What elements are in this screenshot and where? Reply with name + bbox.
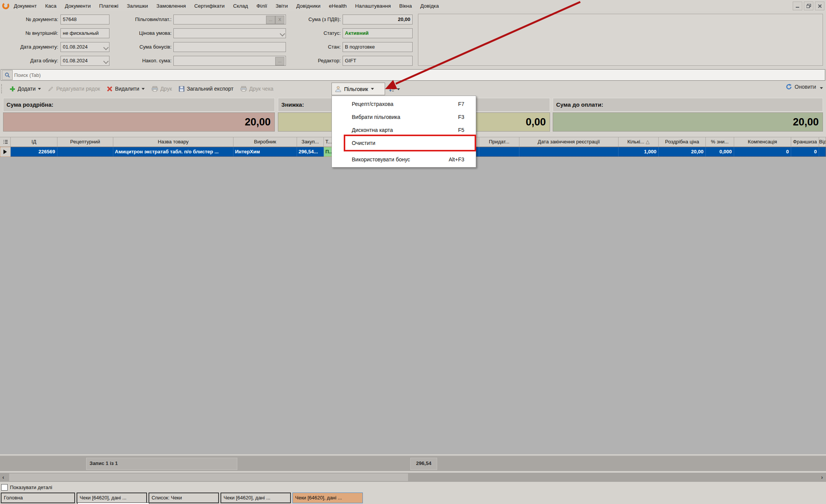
cell-id[interactable]: 226569: [11, 147, 57, 157]
shortcut-label: F3: [458, 111, 464, 124]
delete-button[interactable]: Видалити: [103, 83, 148, 94]
tab-main[interactable]: Головна: [1, 493, 75, 503]
beneficiary-label: Пільговик/плат.:: [115, 15, 171, 24]
show-details-checkbox[interactable]: [1, 484, 8, 491]
dropdown-arrow-icon: [142, 88, 145, 90]
price-condition-combo[interactable]: [173, 28, 286, 38]
ellipsis-button[interactable]: ...: [266, 16, 275, 24]
sort-options-button[interactable]: [387, 83, 406, 95]
cell-compensation[interactable]: 0: [734, 147, 791, 157]
close-button[interactable]: [815, 2, 824, 10]
doc-date-combo[interactable]: 01.08.2024: [60, 42, 109, 52]
col-header-dispense[interactable]: Відпу: [819, 137, 826, 147]
bonus-sum-field[interactable]: [173, 42, 286, 52]
menubar-item-document[interactable]: Документ: [10, 3, 41, 9]
status-badge: Активний: [343, 28, 413, 38]
tab-check-list[interactable]: Список: Чеки: [149, 493, 219, 503]
minimize-button[interactable]: [793, 2, 802, 10]
col-header-retail-price[interactable]: Роздрібна ціна: [659, 137, 706, 147]
edit-row-button[interactable]: Редагувати рядок: [44, 83, 103, 94]
current-row-marker-icon: [3, 150, 7, 154]
col-header-purchase[interactable]: Закуп...: [297, 137, 324, 147]
scroll-right-icon[interactable]: ›: [821, 474, 823, 480]
menubar-item-ehealth[interactable]: eHealth: [325, 3, 351, 9]
bottom-tab-bar: Головна Чеки [64620], дані ... Список: Ч…: [0, 493, 826, 504]
app-logo-icon: [2, 2, 10, 10]
col-header-validity[interactable]: Придат...: [479, 137, 519, 147]
export-button[interactable]: Загальний експорт: [175, 83, 237, 94]
column-chooser-button[interactable]: [0, 137, 11, 147]
menubar-item-warehouse[interactable]: Склад: [229, 3, 252, 9]
restore-button[interactable]: [804, 2, 813, 10]
menubar-item-payments[interactable]: Платежі: [95, 3, 122, 9]
cell-prescription[interactable]: [57, 147, 113, 157]
account-date-combo[interactable]: 01.08.2024: [60, 56, 109, 66]
cell-retail-price[interactable]: 20,00: [659, 147, 706, 157]
col-header-manufacturer[interactable]: Виробник: [233, 137, 297, 147]
tab-checks-active[interactable]: Чеки [64620], дані ...: [292, 493, 363, 503]
col-header-reg-expiry[interactable]: Дата закінчення реєстрації: [519, 137, 619, 147]
menu-item-select-beneficiary[interactable]: Вибрати пільговикаF3: [332, 111, 476, 124]
tab-checks-2[interactable]: Чеки [64620], дані ...: [220, 493, 291, 503]
menubar: Документ Каса Документи Платежі Залишки …: [0, 0, 826, 11]
cell-manufacturer[interactable]: ИнтерХим: [233, 147, 297, 157]
col-header-prescription[interactable]: Рецептурний: [57, 137, 113, 147]
beneficiary-dropdown-menu: Рецепт/страховаF7 Вибрати пільговикаF3 Д…: [331, 96, 476, 167]
menubar-item-stock[interactable]: Залишки: [122, 3, 152, 9]
menubar-item-windows[interactable]: Вікна: [395, 3, 416, 9]
sum-vat-label: Сума (з ПДВ):: [283, 15, 341, 24]
doc-number-field[interactable]: 57648: [60, 15, 109, 24]
cell-purchase[interactable]: 296,54...: [297, 147, 324, 157]
menubar-item-help[interactable]: Довідка: [416, 3, 443, 9]
col-header-discount-pct[interactable]: % зни...: [706, 137, 734, 147]
col-header-product[interactable]: Назва товару: [113, 137, 233, 147]
menubar-item-directories[interactable]: Довідники: [292, 3, 325, 9]
annotation-highlight-box: [344, 135, 476, 151]
accum-sum-label: Накоп. сума:: [115, 56, 171, 66]
menubar-item-orders[interactable]: Замовлення: [152, 3, 190, 9]
menubar-item-kasa[interactable]: Каса: [41, 3, 61, 9]
internal-number-field[interactable]: не фискальный: [60, 28, 109, 38]
dropdown-arrow-icon: [38, 88, 41, 90]
beneficiary-field[interactable]: ... X: [173, 15, 286, 24]
print-receipt-button[interactable]: Друк чека: [237, 83, 277, 94]
add-button[interactable]: Додати: [6, 83, 44, 94]
search-input[interactable]: [13, 72, 825, 78]
beneficiary-menu-button[interactable]: Пільговик: [331, 83, 385, 95]
tab-checks-1[interactable]: Чеки [64620], дані ...: [77, 493, 147, 503]
menubar-item-documents[interactable]: Документи: [61, 3, 95, 9]
menu-item-use-bonus[interactable]: Використовувати бонусAlt+F3: [332, 153, 476, 166]
toolbar-grip[interactable]: [1, 84, 4, 93]
print-button[interactable]: Друк: [148, 83, 175, 94]
dropdown-arrow-icon: [397, 88, 400, 90]
cell-validity[interactable]: [479, 147, 519, 157]
plus-icon: [10, 86, 15, 92]
close-icon: [818, 4, 822, 8]
purchase-total: 296,54: [410, 458, 437, 470]
cell-discount-pct[interactable]: 0,000: [706, 147, 734, 157]
scrollbar-thumb[interactable]: [9, 473, 408, 481]
refresh-dropdown-arrow-icon[interactable]: [820, 87, 823, 89]
menubar-item-branches[interactable]: Філії: [252, 3, 271, 9]
menubar-item-reports[interactable]: Звіти: [271, 3, 292, 9]
menubar-item-certificates[interactable]: Сертифікати: [190, 3, 229, 9]
col-header-quantity[interactable]: Кількі... △: [619, 137, 659, 147]
sort-asc-icon: △: [646, 139, 650, 145]
refresh-button[interactable]: Оновити: [785, 83, 816, 90]
horizontal-scrollbar[interactable]: ‹ ›: [0, 473, 826, 482]
menubar-item-settings[interactable]: Налаштування: [351, 3, 395, 9]
col-header-franchise[interactable]: Франшиза: [791, 137, 819, 147]
search-icon-button[interactable]: [2, 70, 13, 80]
cell-product[interactable]: Амицитрон экстратаб табл. п/о блистер ..…: [113, 147, 233, 157]
cell-reg-expiry[interactable]: [519, 147, 619, 157]
col-header-compensation[interactable]: Компенсація: [734, 137, 791, 147]
accum-sum-field[interactable]: ...: [173, 56, 286, 66]
menu-item-recipe-insurance[interactable]: Рецепт/страховаF7: [332, 98, 476, 111]
printer-icon: [152, 86, 158, 92]
cell-dispense[interactable]: [819, 147, 826, 157]
cell-franchise[interactable]: 0: [791, 147, 819, 157]
cell-quantity[interactable]: 1,000: [619, 147, 659, 157]
comment-panel: [418, 14, 823, 66]
col-header-id[interactable]: ІД: [11, 137, 57, 147]
scroll-left-icon[interactable]: ‹: [2, 474, 4, 480]
